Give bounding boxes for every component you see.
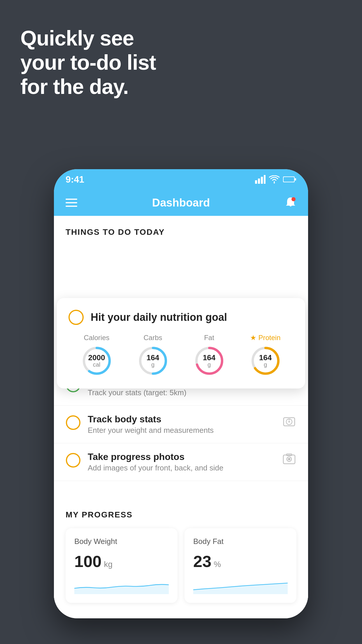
carbs-value: 164	[147, 354, 159, 361]
nav-title: Dashboard	[152, 197, 210, 209]
bodystats-circle-icon	[66, 415, 81, 430]
macro-calories: Calories 2000 cal	[81, 334, 113, 377]
photo-icon	[282, 452, 296, 466]
signal-icon	[255, 175, 266, 184]
svg-rect-1	[258, 178, 260, 184]
fat-unit: g	[203, 361, 215, 368]
carbs-ring: 164 g	[137, 345, 169, 377]
nutrition-card: Hit your daily nutrition goal Calories 2	[57, 298, 305, 388]
macro-carbs: Carbs 164 g	[137, 334, 169, 377]
status-bar: 9:41	[54, 169, 308, 190]
svg-rect-3	[264, 175, 266, 184]
battery-icon	[283, 176, 296, 183]
protein-unit: g	[259, 361, 272, 368]
calories-ring: 2000 cal	[81, 345, 113, 377]
body-weight-chart	[74, 577, 169, 594]
calories-value: 2000	[88, 354, 105, 361]
wifi-icon	[269, 175, 280, 183]
svg-point-7	[291, 197, 296, 201]
bodystats-title: Track body stats	[88, 414, 275, 425]
photos-text: Take progress photos Add images of your …	[88, 452, 275, 473]
macro-calories-label: Calories	[84, 334, 109, 342]
body-weight-value-row: 100 kg	[74, 552, 169, 571]
nutrition-title: Hit your daily nutrition goal	[91, 311, 227, 323]
nutrition-check-circle[interactable]	[68, 310, 84, 325]
fat-value: 164	[203, 354, 215, 361]
headline: Quickly see your to-do list for the day.	[20, 26, 156, 99]
macro-protein: ★ Protein 164 g	[249, 334, 282, 377]
body-weight-card[interactable]: Body Weight 100 kg	[66, 528, 178, 603]
status-time: 9:41	[66, 174, 84, 185]
body-fat-chart	[193, 577, 288, 594]
svg-point-23	[66, 454, 80, 467]
headline-line1: Quickly see	[20, 26, 156, 50]
svg-rect-5	[295, 178, 296, 181]
body-fat-title: Body Fat	[193, 537, 288, 546]
calories-unit: cal	[88, 361, 105, 368]
body-fat-value: 23	[193, 552, 211, 571]
running-subtitle: Track your stats (target: 5km)	[88, 388, 275, 397]
carbs-unit: g	[147, 361, 159, 368]
todo-item-photos[interactable]: Take progress photos Add images of your …	[54, 443, 308, 481]
progress-header: MY PROGRESS	[66, 510, 296, 519]
hamburger-menu[interactable]	[66, 199, 77, 207]
headline-line3: for the day.	[20, 75, 156, 99]
star-icon: ★	[250, 334, 256, 342]
bell-button[interactable]	[285, 196, 296, 209]
phone-frame: 9:41	[54, 169, 308, 618]
status-icons	[255, 175, 296, 184]
bodystats-subtitle: Enter your weight and measurements	[88, 426, 275, 435]
photos-title: Take progress photos	[88, 452, 275, 462]
body-weight-title: Body Weight	[74, 537, 169, 546]
bodystats-text: Track body stats Enter your weight and m…	[88, 414, 275, 435]
nutrition-macros: Calories 2000 cal	[68, 334, 294, 377]
macro-fat: Fat 164 g	[193, 334, 225, 377]
nav-bar: Dashboard	[54, 190, 308, 216]
headline-line2: your to-do list	[20, 50, 156, 75]
photos-subtitle: Add images of your front, back, and side	[88, 463, 275, 473]
svg-rect-2	[261, 177, 263, 184]
svg-point-22	[289, 421, 290, 423]
photos-circle-icon	[66, 453, 81, 468]
macro-protein-label: ★ Protein	[250, 334, 280, 342]
fat-ring: 164 g	[193, 345, 225, 377]
svg-rect-6	[284, 177, 294, 182]
macro-carbs-label: Carbs	[143, 334, 162, 342]
svg-point-26	[288, 458, 290, 460]
body-fat-unit: %	[214, 560, 221, 569]
macro-fat-label: Fat	[204, 334, 214, 342]
body-fat-value-row: 23 %	[193, 552, 288, 571]
progress-cards: Body Weight 100 kg Body Fat	[66, 528, 296, 603]
scale-icon	[282, 414, 296, 428]
section-label: THINGS TO DO TODAY	[66, 228, 165, 237]
body-fat-card[interactable]: Body Fat 23 %	[184, 528, 296, 603]
svg-point-18	[66, 416, 80, 429]
protein-value: 164	[259, 354, 272, 361]
svg-rect-0	[255, 180, 257, 184]
body-weight-value: 100	[74, 552, 101, 571]
progress-section: MY PROGRESS Body Weight 100 kg	[54, 498, 308, 603]
todo-item-body-stats[interactable]: Track body stats Enter your weight and m…	[54, 406, 308, 443]
section-things-to-do: THINGS TO DO TODAY	[54, 216, 308, 243]
body-weight-unit: kg	[104, 560, 113, 569]
protein-ring: 164 g	[249, 345, 282, 377]
